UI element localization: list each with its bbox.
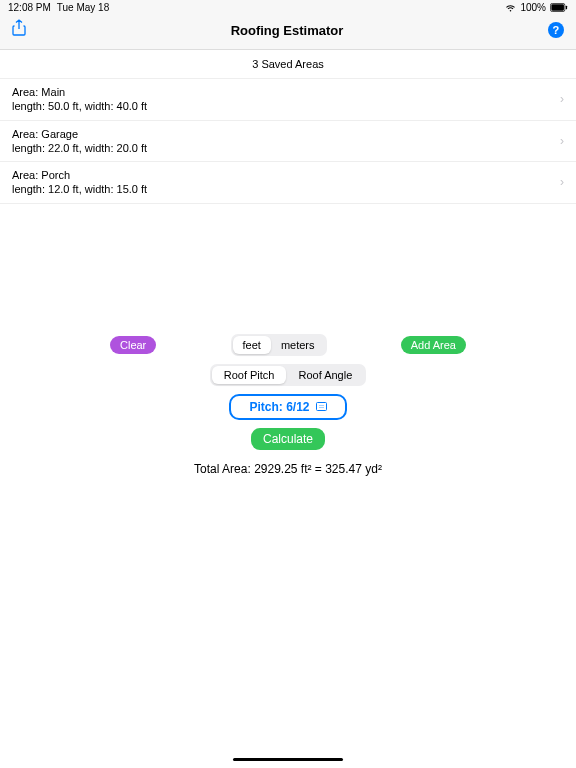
pitch-label: Pitch: 6/12 xyxy=(249,400,309,414)
section-header: 3 Saved Areas xyxy=(0,50,576,79)
status-date: Tue May 18 xyxy=(57,2,109,13)
units-feet[interactable]: feet xyxy=(233,336,271,354)
area-detail: length: 50.0 ft, width: 40.0 ft xyxy=(12,99,147,113)
total-area: Total Area: 2929.25 ft² = 325.47 yd² xyxy=(194,462,382,476)
calculate-button[interactable]: Calculate xyxy=(251,428,325,450)
share-button[interactable] xyxy=(12,19,26,41)
clear-button[interactable]: Clear xyxy=(110,336,156,354)
svg-rect-1 xyxy=(551,4,564,10)
mode-angle[interactable]: Roof Angle xyxy=(286,366,364,384)
battery-icon xyxy=(550,3,568,12)
svg-rect-2 xyxy=(566,6,567,10)
area-text: Area: Garagelength: 22.0 ft, width: 20.0… xyxy=(12,127,147,156)
area-text: Area: Porchlength: 12.0 ft, width: 15.0 … xyxy=(12,168,147,197)
nav-bar: Roofing Estimator ? xyxy=(0,15,576,50)
area-title: Area: Garage xyxy=(12,127,147,141)
page-title: Roofing Estimator xyxy=(231,23,344,38)
area-text: Area: Mainlength: 50.0 ft, width: 40.0 f… xyxy=(12,85,147,114)
area-detail: length: 12.0 ft, width: 15.0 ft xyxy=(12,182,147,196)
chevron-right-icon: › xyxy=(560,92,564,106)
units-segment[interactable]: feet meters xyxy=(231,334,327,356)
chevron-right-icon: › xyxy=(560,175,564,189)
area-title: Area: Porch xyxy=(12,168,147,182)
home-indicator xyxy=(233,758,343,762)
help-button[interactable]: ? xyxy=(548,22,564,38)
add-area-button[interactable]: Add Area xyxy=(401,336,466,354)
wifi-icon xyxy=(505,4,516,12)
area-row[interactable]: Area: Porchlength: 12.0 ft, width: 15.0 … xyxy=(0,162,576,204)
area-detail: length: 22.0 ft, width: 20.0 ft xyxy=(12,141,147,155)
controls: Clear feet meters Add Area Roof Pitch Ro… xyxy=(0,334,576,476)
battery-percent: 100% xyxy=(520,2,546,13)
pitch-button[interactable]: Pitch: 6/12 xyxy=(229,394,346,420)
area-title: Area: Main xyxy=(12,85,147,99)
status-time: 12:08 PM xyxy=(8,2,51,13)
mode-pitch[interactable]: Roof Pitch xyxy=(212,366,287,384)
status-bar: 12:08 PM Tue May 18 100% xyxy=(0,0,576,15)
area-row[interactable]: Area: Mainlength: 50.0 ft, width: 40.0 f… xyxy=(0,79,576,121)
keyboard-icon xyxy=(316,402,327,411)
share-icon xyxy=(12,19,26,37)
area-row[interactable]: Area: Garagelength: 22.0 ft, width: 20.0… xyxy=(0,121,576,163)
mode-segment[interactable]: Roof Pitch Roof Angle xyxy=(210,364,367,386)
units-meters[interactable]: meters xyxy=(271,336,325,354)
chevron-right-icon: › xyxy=(560,134,564,148)
